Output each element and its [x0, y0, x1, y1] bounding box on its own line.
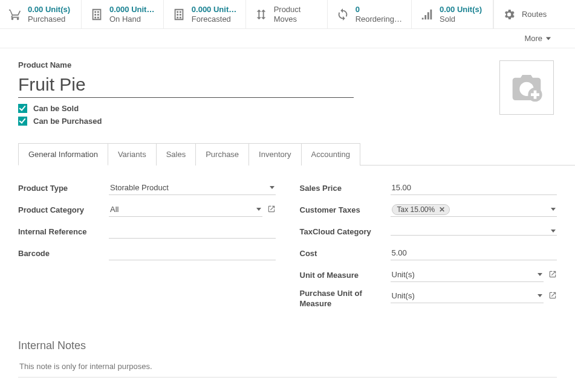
- product-type-label: Product Type: [18, 184, 109, 193]
- chevron-down-icon: [546, 34, 551, 43]
- product-name-label: Product Name: [18, 60, 487, 69]
- sales-price-input[interactable]: [391, 181, 557, 195]
- product-category-external-link[interactable]: [267, 205, 276, 215]
- form-col-left: Product Type Storable Product Product Ca…: [18, 180, 276, 315]
- can-be-purchased-label: Can be Purchased: [33, 117, 102, 126]
- chevron-down-icon: [270, 186, 275, 189]
- stat-reorder-value: 0: [356, 5, 403, 14]
- more-label: More: [524, 34, 542, 43]
- product-image-upload[interactable]: [499, 60, 554, 115]
- taxcloud-category-label: TaxCloud Category: [300, 227, 391, 236]
- uom-external-link[interactable]: [548, 270, 557, 280]
- uom-value: Unit(s): [392, 270, 415, 279]
- purchase-uom-label: Purchase Unit of Measure: [300, 289, 391, 309]
- gears-icon: [502, 8, 516, 21]
- taxcloud-category-select[interactable]: [391, 227, 557, 236]
- internal-notes-input[interactable]: [18, 358, 557, 378]
- product-category-label: Product Category: [18, 205, 109, 214]
- purchase-uom-value: Unit(s): [392, 291, 415, 300]
- chevron-down-icon: [551, 208, 556, 211]
- product-name-input[interactable]: [18, 71, 354, 98]
- barcode-label: Barcode: [18, 249, 109, 258]
- more-button[interactable]: More: [524, 34, 551, 43]
- barcode-input[interactable]: [109, 246, 276, 260]
- stat-sold-label: Sold: [440, 14, 482, 24]
- building-icon: [90, 8, 103, 21]
- internal-reference-label: Internal Reference: [18, 227, 109, 236]
- tab-variants[interactable]: Variants: [108, 143, 157, 165]
- stat-purchased-value: 0.00 Unit(s): [28, 5, 70, 14]
- cart-icon: [8, 8, 22, 21]
- uom-select[interactable]: Unit(s): [391, 268, 544, 282]
- customer-tax-tag[interactable]: Tax 15.00% ✕: [392, 204, 450, 215]
- can-be-purchased-checkbox[interactable]: [18, 117, 27, 126]
- tab-sales[interactable]: Sales: [157, 143, 197, 165]
- stat-forecast-value: 0.000 Unit(s): [192, 5, 237, 14]
- product-tabs: General Information Variants Sales Purch…: [18, 143, 575, 165]
- product-sheet: Product Name Can be Sold Can be Purchase…: [0, 48, 575, 392]
- purchase-uom-external-link[interactable]: [548, 291, 557, 301]
- stat-sold-value: 0.00 Unit(s): [440, 5, 482, 14]
- stat-product-moves[interactable]: Product Moves: [246, 0, 328, 28]
- stat-sold[interactable]: 0.00 Unit(s) Sold: [412, 0, 493, 28]
- remove-tag-icon[interactable]: ✕: [437, 205, 447, 214]
- can-be-sold-label: Can be Sold: [33, 104, 79, 113]
- stat-reorder-label: Reordering …: [356, 14, 403, 24]
- camera-plus-icon: [510, 71, 544, 104]
- stat-routes[interactable]: Routes: [493, 0, 575, 28]
- chevron-down-icon: [256, 208, 261, 211]
- general-information-form: Product Type Storable Product Product Ca…: [18, 180, 557, 315]
- building-icon: [172, 8, 186, 21]
- stat-on-hand[interactable]: 0.000 Unit(s) On Hand: [82, 0, 164, 28]
- stat-purchased[interactable]: 0.00 Unit(s) Purchased: [0, 0, 82, 28]
- uom-label: Unit of Measure: [300, 271, 391, 280]
- stat-reordering[interactable]: 0 Reordering …: [328, 0, 412, 28]
- external-link-icon: [548, 270, 557, 278]
- signal-icon: [420, 8, 434, 21]
- stat-onhand-value: 0.000 Unit(s): [109, 5, 155, 14]
- sales-price-label: Sales Price: [300, 184, 391, 193]
- external-link-icon: [267, 205, 276, 213]
- arrows-vertical-icon: [255, 8, 268, 21]
- stat-onhand-label: On Hand: [109, 14, 155, 24]
- product-category-select[interactable]: All: [109, 202, 262, 217]
- stat-purchased-label: Purchased: [28, 14, 70, 24]
- form-col-right: Sales Price Customer Taxes Tax 15.00% ✕: [300, 180, 557, 315]
- stat-forecasted[interactable]: 0.000 Unit(s) Forecasted: [164, 0, 246, 28]
- customer-taxes-select[interactable]: Tax 15.00% ✕: [391, 203, 557, 217]
- refresh-icon: [336, 8, 349, 21]
- cost-input[interactable]: [391, 246, 557, 260]
- purchase-uom-select[interactable]: Unit(s): [391, 289, 544, 303]
- tab-inventory[interactable]: Inventory: [249, 143, 301, 165]
- stat-forecast-label: Forecasted: [192, 14, 237, 24]
- product-category-value: All: [110, 205, 119, 214]
- tab-accounting[interactable]: Accounting: [302, 143, 360, 165]
- product-type-value: Storable Product: [110, 183, 169, 192]
- stat-moves-label2: Moves: [274, 14, 301, 24]
- customer-taxes-label: Customer Taxes: [300, 205, 391, 214]
- can-be-sold-checkbox[interactable]: [18, 104, 27, 113]
- tab-general-information[interactable]: General Information: [18, 143, 108, 165]
- stat-routes-label: Routes: [522, 10, 547, 19]
- chevron-down-icon: [538, 273, 542, 276]
- stat-moves-label1: Product: [274, 5, 301, 14]
- chevron-down-icon: [538, 294, 542, 297]
- customer-tax-tag-label: Tax 15.00%: [397, 205, 435, 214]
- internal-notes-title: Internal Notes: [18, 339, 557, 352]
- product-type-select[interactable]: Storable Product: [109, 181, 276, 195]
- stat-bar-more-row: More: [0, 29, 575, 48]
- cost-label: Cost: [300, 249, 391, 258]
- external-link-icon: [548, 291, 557, 300]
- stat-bar: 0.00 Unit(s) Purchased 0.000 Unit(s) On …: [0, 0, 575, 29]
- tab-purchase[interactable]: Purchase: [196, 143, 249, 165]
- chevron-down-icon: [551, 230, 556, 233]
- internal-reference-input[interactable]: [109, 224, 276, 239]
